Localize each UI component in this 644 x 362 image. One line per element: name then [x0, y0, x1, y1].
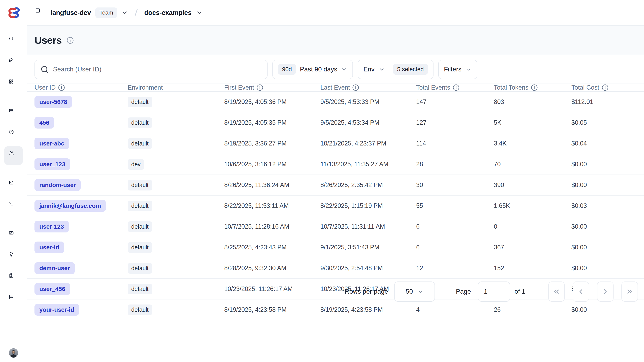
divider: [389, 64, 389, 75]
sidebar-item-playground[interactable]: [0, 195, 27, 217]
org-name[interactable]: langfuse-dev: [50, 9, 91, 17]
total-events-cell: 147: [416, 98, 494, 106]
info-icon[interactable]: [256, 84, 263, 91]
table-row[interactable]: 456 default 8/19/2025, 4:05:35 PM 9/5/20…: [27, 112, 644, 133]
environment-cell: default: [128, 117, 224, 128]
previous-page-button[interactable]: [572, 281, 589, 302]
info-icon[interactable]: [352, 84, 359, 91]
chevron-down-icon[interactable]: [122, 10, 128, 16]
sidebar-item-home[interactable]: [0, 52, 27, 73]
page-number-input[interactable]: [478, 281, 510, 302]
first-event-cell: 8/26/2025, 11:36:24 AM: [224, 181, 320, 189]
pager-buttons: [548, 281, 638, 302]
date-range-button[interactable]: 90d Past 90 days: [272, 60, 353, 79]
info-icon[interactable]: [531, 84, 538, 91]
home-icon: [9, 58, 18, 67]
rows-per-page-select[interactable]: 50: [394, 281, 435, 302]
environment-cell: default: [128, 97, 224, 107]
chevrons-right-icon: [626, 288, 634, 295]
user-id-badge[interactable]: 456: [34, 117, 54, 129]
table-row[interactable]: user-abc default 8/19/2025, 3:36:27 PM 1…: [27, 133, 644, 154]
environment-badge: default: [128, 138, 152, 149]
column-header-user-id[interactable]: User ID: [34, 84, 128, 91]
user-id-badge[interactable]: jannik@langfuse.com: [34, 200, 106, 212]
environment-cell: default: [128, 180, 224, 190]
next-page-button[interactable]: [597, 281, 614, 302]
first-event-cell: 8/19/2025, 4:05:36 PM: [224, 98, 320, 106]
sidebar-item-scores[interactable]: [0, 224, 27, 246]
column-header-first-event[interactable]: First Event: [224, 84, 320, 91]
info-icon[interactable]: [602, 84, 608, 91]
page-label: Page: [456, 288, 471, 295]
sidebar-item-users[interactable]: [0, 145, 27, 166]
last-page-button[interactable]: [622, 281, 638, 302]
search-input[interactable]: [53, 66, 262, 73]
table-header-row: User ID Environment First Event Last Eve…: [27, 84, 644, 92]
user-id-badge[interactable]: random-user: [34, 179, 81, 191]
sidebar-item-storage[interactable]: [0, 288, 27, 310]
environment-badge: default: [128, 117, 152, 128]
column-header-last-event[interactable]: Last Event: [320, 84, 416, 91]
total-events-cell: 114: [416, 140, 494, 147]
environment-badge: default: [128, 180, 152, 190]
sidebar-item-prompts[interactable]: [0, 174, 27, 195]
last-event-cell: 9/5/2025, 4:53:34 PM: [320, 119, 416, 126]
first-page-button[interactable]: [548, 281, 565, 302]
table-row[interactable]: jannik@langfuse.com default 8/22/2025, 1…: [27, 196, 644, 216]
user-id-badge[interactable]: user-abc: [34, 138, 69, 149]
env-selected-badge: 5 selected: [393, 64, 428, 75]
column-header-total-tokens[interactable]: Total Tokens: [494, 84, 572, 91]
column-label: Total Cost: [572, 84, 599, 91]
total-cost-cell: $0.05: [572, 119, 637, 126]
user-id-badge[interactable]: user-5678: [34, 96, 72, 108]
sidebar-item-search[interactable]: [0, 30, 27, 52]
user-id-badge[interactable]: user_123: [34, 158, 70, 170]
user-id-cell: user_123: [34, 158, 128, 170]
column-header-total-events[interactable]: Total Events: [416, 84, 494, 91]
column-header-total-cost[interactable]: Total Cost: [572, 84, 637, 91]
chevron-down-icon: [466, 66, 472, 73]
project-name[interactable]: docs-examples: [144, 9, 192, 17]
date-range-badge: 90d: [278, 64, 296, 75]
search-box: [34, 60, 268, 79]
info-icon[interactable]: [58, 84, 65, 91]
chevron-left-icon: [577, 288, 585, 295]
total-tokens-cell: 390: [494, 181, 572, 189]
chevron-down-icon[interactable]: [196, 10, 202, 16]
column-label: Total Events: [416, 84, 450, 91]
sidebar-item-evaluators[interactable]: [0, 246, 27, 267]
environment-cell: default: [128, 201, 224, 211]
filters-button[interactable]: Filters: [438, 60, 477, 79]
environment-filter-button[interactable]: Env 5 selected: [358, 60, 433, 79]
sidebar-item-dashboards[interactable]: [0, 73, 27, 94]
database-icon: [9, 295, 18, 304]
total-cost-cell: $112.01: [572, 98, 637, 106]
total-cost-cell: $0.00: [572, 161, 637, 168]
brand-logo[interactable]: [0, 0, 27, 26]
column-header-environment[interactable]: Environment: [128, 84, 224, 91]
sidebar-toggle-button[interactable]: [35, 8, 44, 17]
total-cost-cell: $0.04: [572, 140, 637, 147]
user-avatar[interactable]: [9, 348, 18, 357]
table-row[interactable]: user-5678 default 8/19/2025, 4:05:36 PM …: [27, 92, 644, 112]
chevron-down-icon: [341, 66, 347, 73]
column-label: Total Tokens: [494, 84, 528, 91]
table-row[interactable]: user_123 dev 10/6/2025, 3:16:12 PM 11/13…: [27, 154, 644, 175]
sidebar-item-tracing[interactable]: [0, 102, 27, 124]
table-row[interactable]: random-user default 8/26/2025, 11:36:24 …: [27, 175, 644, 196]
sidebar-item-annotation[interactable]: [0, 267, 27, 288]
total-tokens-cell: 70: [494, 161, 572, 168]
total-events-cell: 55: [416, 202, 494, 209]
environment-cell: default: [128, 138, 224, 149]
percent-card-icon: [9, 230, 18, 240]
environment-badge: default: [128, 97, 152, 107]
chevron-down-icon: [379, 66, 385, 73]
total-tokens-cell: 803: [494, 98, 572, 106]
user-id-cell: jannik@langfuse.com: [34, 200, 128, 212]
info-icon[interactable]: [66, 37, 74, 44]
total-tokens-cell: 5K: [494, 119, 572, 126]
sidebar-item-sessions[interactable]: [0, 124, 27, 145]
total-cost-cell: $0.03: [572, 202, 637, 209]
info-icon[interactable]: [453, 84, 460, 91]
avatar-photo: [9, 348, 18, 357]
